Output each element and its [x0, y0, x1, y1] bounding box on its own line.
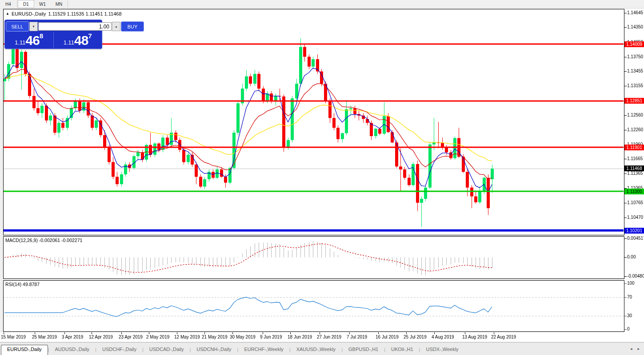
chart-title: ▲ EURUSD-,Daily 1.11529 1.11535 1.11451 …	[6, 11, 122, 16]
tab-scroll-left-icon[interactable]: ◂	[630, 347, 632, 351]
price-level-badge: 1.14009	[624, 41, 644, 47]
buy-price-big: 48	[74, 34, 88, 47]
tab-eurchf-weekly[interactable]: EURCHF-,Weekly	[238, 345, 289, 354]
buy-price-sup: 7	[88, 32, 92, 39]
date-axis-label: 2 May 2019	[146, 335, 169, 339]
timeframe-button-mn[interactable]: MN	[51, 0, 67, 8]
date-axis-label: 30 May 2019	[230, 335, 256, 339]
price-level-badge: 1.11901	[624, 145, 644, 150]
symbol-tab-bar: ◂ ▸ EURUSD-,Daily|AUDUSD-,Daily|USDCHF-,…	[0, 342, 644, 355]
price-level-badge: 1.11468	[624, 165, 644, 171]
sell-button[interactable]: SELL	[6, 21, 29, 32]
tab-usdcad-daily[interactable]: USDCAD-,Daily	[144, 345, 190, 354]
price-axis-tick: 1.12260	[627, 127, 643, 132]
date-axis-label: 7 Jul 2019	[347, 335, 367, 339]
tab-xauusd-weekly[interactable]: XAUUSD-,Weekly	[291, 345, 341, 354]
price-axis-tick: 1.11365	[627, 171, 643, 176]
rsi-axis-label: 100	[627, 281, 635, 286]
date-axis-label: 21 May 2019	[202, 335, 228, 339]
price-level-badge: 1.12851	[624, 98, 644, 104]
sell-price-sup: 8	[40, 32, 43, 39]
price-axis-tick: 1.13750	[627, 54, 643, 59]
buy-button[interactable]: BUY	[121, 21, 144, 32]
timeframe-button-d1[interactable]: D1	[18, 0, 34, 8]
volume-decrease-button[interactable]: ▼	[29, 22, 38, 31]
date-axis-label: 25 Jul 2019	[404, 335, 427, 339]
date-axis-label: 13 Aug 2019	[462, 335, 487, 339]
tab-ukoil-h1[interactable]: UKOil-,H1	[385, 345, 419, 354]
symbol-period-label: EURUSD-,Daily	[12, 11, 46, 16]
date-axis-label: 16 Jul 2019	[376, 335, 399, 339]
price-axis-tick: 1.10765	[627, 200, 643, 205]
volume-input[interactable]	[38, 22, 112, 31]
date-axis-label: 12 Apr 2019	[89, 335, 113, 339]
timeframe-button-w1[interactable]: W1	[34, 0, 51, 8]
macd-axis-label: 0.004517	[627, 236, 644, 241]
collapse-arrow-icon[interactable]: ▲	[6, 12, 9, 16]
buy-price-panel[interactable]: 1.11487	[54, 32, 102, 48]
rsi-axis-label: 0	[627, 327, 630, 331]
price-axis-tick: 1.11665	[627, 156, 643, 161]
price-level-badge: 1.11000	[624, 189, 644, 194]
price-axis-tick: 1.10470	[627, 215, 643, 220]
tab-audusd-daily[interactable]: AUDUSD-,Daily	[49, 345, 95, 354]
tab-usdcnh-daily[interactable]: USDCNH-,Daily	[191, 345, 237, 354]
sell-price-panel[interactable]: 1.11468	[5, 32, 54, 48]
date-axis-label: 27 Jun 2019	[317, 335, 341, 339]
tab-eurusd-daily[interactable]: EURUSD-,Daily	[1, 345, 48, 355]
price-axis-tick: 1.12560	[627, 113, 643, 117]
tab-gbpusd-h1[interactable]: GBPUSD-,H1	[343, 345, 384, 354]
one-click-trading-widget: SELL ▼ ▲ BUY 1.11468 1.11487	[4, 20, 102, 49]
rsi-axis-label: 30	[627, 313, 632, 318]
ohlc-values: 1.11529 1.11535 1.11451 1.11468	[48, 11, 122, 16]
sell-price-small: 1.11	[15, 38, 25, 47]
macd-axis-label: 0.00	[627, 254, 636, 259]
buy-price-small: 1.11	[64, 38, 74, 47]
date-axis-label: 4 Aug 2019	[432, 335, 454, 339]
macd-label: MACD(12,26,9) -0.002061 -0.002271	[5, 238, 82, 243]
macd-axis-label: -0.004806	[627, 274, 644, 278]
price-axis-tick: 1.13155	[627, 83, 643, 88]
date-axis-label: 23 Apr 2019	[119, 335, 143, 339]
date-axis-label: 18 Jun 2019	[288, 335, 312, 339]
toolbar-separator	[68, 1, 68, 7]
price-axis-tick: 1.14645	[627, 10, 643, 15]
date-axis-label: 9 Jun 2019	[260, 335, 282, 339]
rsi-label: RSI(14) 49.8787	[5, 282, 40, 287]
date-axis-label: 12 May 2019	[174, 335, 200, 339]
tab-usdchf-daily[interactable]: USDCHF-,Daily	[96, 345, 142, 354]
date-axis-label: 15 Mar 2019	[1, 335, 26, 339]
tab-scroll-right-icon[interactable]: ▸	[637, 347, 640, 351]
price-level-badge: 1.10201	[624, 228, 644, 234]
date-axis-label: 25 Mar 2019	[32, 335, 57, 339]
sell-price-big: 46	[26, 34, 40, 47]
timeframe-toolbar: H4D1W1MN	[0, 0, 644, 8]
price-axis-tick: 1.14350	[627, 24, 643, 29]
date-axis-label: 22 Aug 2019	[491, 335, 516, 339]
tab-usdx-weekly[interactable]: USDX-,Weekly	[420, 345, 464, 354]
rsi-axis-label: 70	[627, 294, 632, 299]
price-chart-canvas[interactable]	[0, 0, 644, 355]
timeframe-button-h4[interactable]: H4	[0, 0, 16, 8]
tab-scroll-controls: ◂ ▸	[630, 347, 640, 351]
date-axis-label: 3 Apr 2019	[62, 335, 83, 339]
price-axis-tick: 1.13455	[627, 69, 643, 73]
toolbar-separator	[17, 1, 17, 7]
volume-increase-button[interactable]: ▲	[112, 22, 120, 31]
